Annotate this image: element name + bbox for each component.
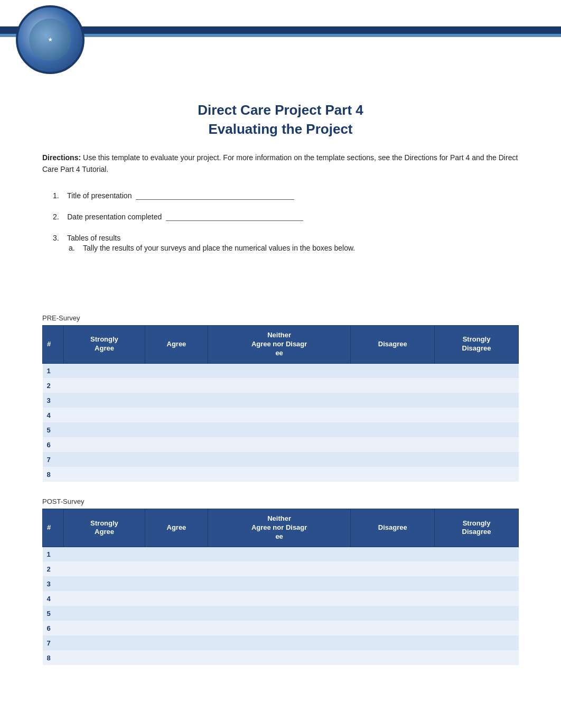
form-item-2: 2. Date presentation completed bbox=[53, 213, 519, 221]
post-col-neither: NeitherAgree nor Disagree bbox=[208, 509, 350, 547]
post-row-1-num: 1 bbox=[43, 547, 64, 561]
pre-survey-table: # StronglyAgree Agree NeitherAgree nor D… bbox=[42, 325, 519, 482]
item3-sub: a. Tally the results of your surveys and… bbox=[69, 242, 519, 254]
pre-col-agree: Agree bbox=[145, 325, 208, 363]
main-content: Direct Care Project Part 4 Evaluating th… bbox=[0, 85, 561, 686]
post-row-8-num: 8 bbox=[43, 650, 64, 665]
post-row-1: 1 bbox=[43, 547, 519, 561]
post-row-6-num: 6 bbox=[43, 621, 64, 635]
pre-row-6: 6 bbox=[43, 437, 519, 452]
pre-row-7: 7 bbox=[43, 452, 519, 467]
sub-label: a. bbox=[69, 244, 75, 252]
pre-survey-label: PRE-Survey bbox=[42, 314, 519, 322]
directions-label: Directions: bbox=[42, 153, 81, 162]
post-row-4: 4 bbox=[43, 591, 519, 606]
pre-row-5: 5 bbox=[43, 422, 519, 437]
post-row-2: 2 bbox=[43, 561, 519, 576]
post-row-6: 6 bbox=[43, 621, 519, 635]
pre-row-7-num: 7 bbox=[43, 452, 64, 467]
item3-number: 3. bbox=[53, 234, 59, 242]
pre-col-disagree: Disagree bbox=[351, 325, 435, 363]
pre-row-4: 4 bbox=[43, 408, 519, 422]
item1-line bbox=[136, 191, 294, 200]
pre-survey-body: 1 2 3 4 5 6 7 8 bbox=[43, 363, 519, 482]
directions-block: Directions: Use this template to evaluat… bbox=[42, 152, 519, 176]
pre-row-6-num: 6 bbox=[43, 437, 64, 452]
post-col-disagree: Disagree bbox=[351, 509, 435, 547]
spacer1 bbox=[42, 266, 519, 298]
title-line1: Direct Care Project Part 4 bbox=[198, 102, 363, 118]
header-top-stripe bbox=[0, 26, 561, 34]
pre-col-strongly-agree: StronglyAgree bbox=[64, 325, 145, 363]
post-row-4-num: 4 bbox=[43, 591, 64, 606]
pre-row-5-num: 5 bbox=[43, 422, 64, 437]
post-col-strongly-agree: StronglyAgree bbox=[64, 509, 145, 547]
pre-row-3: 3 bbox=[43, 393, 519, 408]
pre-col-strongly-disagree: StronglyDisagree bbox=[435, 325, 519, 363]
logo-circle: ★ bbox=[16, 5, 85, 74]
item2-line bbox=[166, 213, 303, 221]
post-survey-section: POST-Survey # StronglyAgree Agree Neithe… bbox=[42, 497, 519, 665]
post-row-3-num: 3 bbox=[43, 576, 64, 591]
directions-text: Use this template to evaluate your proje… bbox=[42, 153, 518, 173]
post-row-8: 8 bbox=[43, 650, 519, 665]
pre-row-1: 1 bbox=[43, 363, 519, 378]
post-survey-header-row: # StronglyAgree Agree NeitherAgree nor D… bbox=[43, 509, 519, 547]
pre-row-8-num: 8 bbox=[43, 467, 64, 482]
item1-label: Title of presentation bbox=[67, 191, 132, 200]
form-item-3: 3. Tables of results a. Tally the result… bbox=[53, 234, 519, 254]
post-row-5-num: 5 bbox=[43, 606, 64, 621]
pre-row-4-num: 4 bbox=[43, 408, 64, 422]
post-col-agree: Agree bbox=[145, 509, 208, 547]
post-row-2-num: 2 bbox=[43, 561, 64, 576]
post-col-num: # bbox=[43, 509, 64, 547]
post-row-7-num: 7 bbox=[43, 635, 64, 650]
page-title: Direct Care Project Part 4 Evaluating th… bbox=[42, 100, 519, 139]
item3-label: Tables of results bbox=[67, 234, 120, 242]
header-banner: ★ bbox=[0, 0, 561, 85]
item2-number: 2. bbox=[53, 213, 59, 221]
logo-text: ★ bbox=[48, 37, 52, 42]
pre-col-neither: NeitherAgree nor Disagree bbox=[208, 325, 350, 363]
post-row-3: 3 bbox=[43, 576, 519, 591]
post-survey-label: POST-Survey bbox=[42, 497, 519, 505]
pre-row-3-num: 3 bbox=[43, 393, 64, 408]
pre-survey-header-row: # StronglyAgree Agree NeitherAgree nor D… bbox=[43, 325, 519, 363]
post-col-strongly-disagree: StronglyDisagree bbox=[435, 509, 519, 547]
form-items: 1. Title of presentation 2. Date present… bbox=[53, 191, 519, 254]
item2-label: Date presentation completed bbox=[67, 213, 162, 221]
item1-number: 1. bbox=[53, 191, 59, 200]
logo-inner: ★ bbox=[29, 19, 71, 61]
pre-survey-section: PRE-Survey # StronglyAgree Agree Neither… bbox=[42, 314, 519, 482]
pre-row-8: 8 bbox=[43, 467, 519, 482]
pre-row-2-num: 2 bbox=[43, 378, 64, 393]
pre-row-2: 2 bbox=[43, 378, 519, 393]
form-item-1: 1. Title of presentation bbox=[53, 191, 519, 200]
title-line2: Evaluating the Project bbox=[208, 121, 352, 137]
pre-row-1-num: 1 bbox=[43, 363, 64, 378]
sub-text: Tally the results of your surveys and pl… bbox=[83, 244, 355, 252]
post-row-5: 5 bbox=[43, 606, 519, 621]
post-row-7: 7 bbox=[43, 635, 519, 650]
post-survey-table: # StronglyAgree Agree NeitherAgree nor D… bbox=[42, 509, 519, 665]
post-survey-body: 1 2 3 4 5 6 7 8 bbox=[43, 547, 519, 665]
pre-col-num: # bbox=[43, 325, 64, 363]
